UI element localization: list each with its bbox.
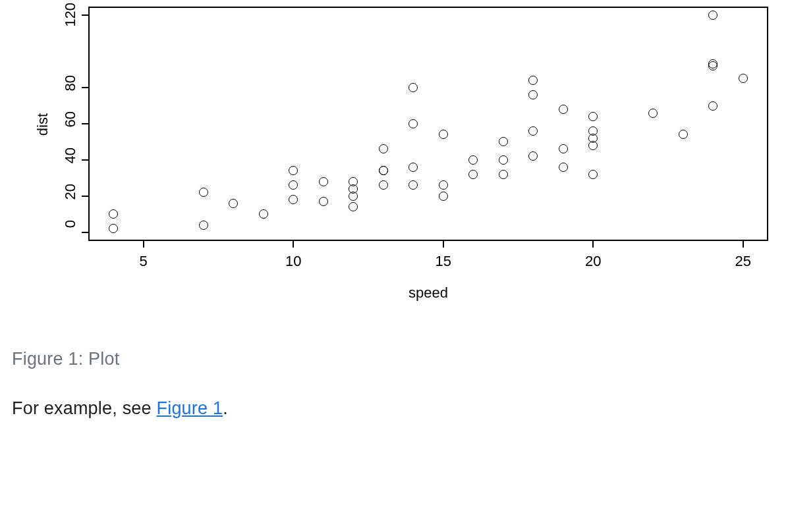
data-point: [679, 130, 688, 139]
data-point: [739, 74, 748, 83]
y-tick: [82, 232, 88, 233]
data-point: [708, 59, 718, 68]
y-tick-label: 80: [62, 75, 79, 101]
x-tick-label: 15: [430, 253, 457, 270]
body-text: For example, see Figure 1.: [12, 398, 788, 419]
y-axis-label: dist: [34, 113, 51, 136]
figure-wrap: dist speed 020406080120510152025 Figure …: [12, 1, 788, 419]
data-point: [528, 151, 538, 161]
data-point: [468, 155, 478, 165]
data-point: [379, 166, 388, 175]
data-point: [229, 199, 238, 208]
data-point: [499, 170, 508, 179]
data-point: [319, 197, 328, 206]
x-axis-label: speed: [408, 284, 448, 302]
x-tick-label: 20: [580, 253, 606, 270]
data-point: [708, 101, 718, 111]
caption-title: Plot: [88, 349, 119, 369]
x-tick: [293, 241, 294, 248]
figure-caption: Figure 1: Plot: [12, 349, 788, 369]
data-point: [379, 180, 388, 190]
data-point: [408, 180, 418, 190]
y-tick-label: 120: [62, 3, 79, 29]
data-point: [708, 11, 718, 20]
y-tick-label: 0: [62, 220, 79, 246]
x-tick-label: 10: [280, 253, 306, 270]
data-point: [109, 209, 118, 219]
scatter-plot: dist speed 020406080120510152025: [12, 1, 776, 315]
data-point: [408, 83, 418, 92]
y-tick: [82, 196, 88, 197]
data-point: [559, 144, 568, 153]
data-point: [439, 192, 448, 201]
y-tick-label: 40: [62, 147, 79, 174]
data-point: [289, 180, 298, 190]
data-point: [559, 163, 568, 172]
data-point: [468, 170, 478, 179]
data-point: [259, 209, 268, 219]
data-point: [289, 166, 298, 175]
x-tick: [443, 241, 444, 248]
y-tick: [82, 123, 88, 124]
y-tick: [82, 14, 88, 16]
data-point: [199, 188, 208, 197]
data-point: [319, 177, 328, 186]
data-point: [408, 163, 418, 172]
data-point: [379, 144, 388, 153]
data-point: [439, 180, 448, 190]
plot-frame: [88, 7, 768, 241]
data-point: [528, 126, 538, 136]
x-tick: [743, 241, 744, 248]
data-point: [289, 195, 298, 204]
data-point: [499, 155, 508, 165]
body-suffix: .: [223, 398, 228, 418]
y-tick: [82, 87, 88, 88]
data-point: [528, 76, 538, 85]
data-point: [559, 105, 568, 114]
body-prefix: For example, see: [12, 398, 157, 418]
data-point: [588, 126, 598, 136]
data-point: [408, 119, 418, 128]
data-point: [528, 90, 538, 99]
x-tick-label: 25: [730, 253, 756, 270]
data-point: [588, 112, 598, 121]
x-tick-label: 5: [130, 253, 157, 270]
data-point: [109, 224, 118, 233]
figure-reference-link[interactable]: Figure 1: [157, 398, 223, 418]
data-point: [648, 109, 658, 118]
y-tick-label: 60: [62, 111, 79, 138]
data-point: [349, 202, 358, 211]
data-point: [199, 221, 208, 230]
data-point: [499, 137, 508, 146]
y-tick: [82, 159, 88, 161]
x-tick: [592, 241, 594, 248]
data-point: [349, 177, 358, 186]
caption-prefix: Figure 1:: [12, 349, 83, 369]
y-tick-label: 20: [62, 184, 79, 210]
data-point: [588, 170, 598, 179]
data-point: [439, 130, 448, 139]
x-tick: [143, 241, 144, 248]
